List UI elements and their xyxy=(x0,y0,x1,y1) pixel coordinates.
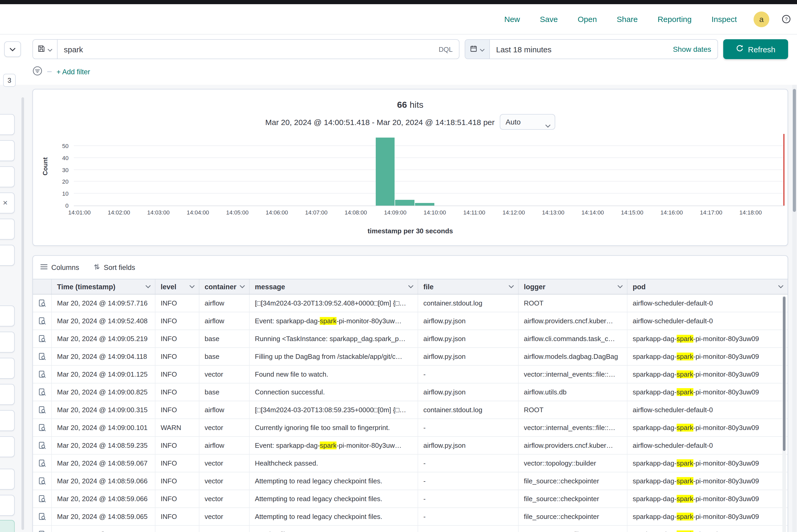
field-pill[interactable] xyxy=(0,166,15,187)
column-header-logger[interactable]: logger xyxy=(519,279,627,294)
chevron-down-icon[interactable] xyxy=(240,285,245,288)
search-highlight: spark xyxy=(676,513,693,520)
nav-link-inspect[interactable]: Inspect xyxy=(711,15,737,23)
column-header-level[interactable]: level xyxy=(155,279,199,294)
column-header-label: level xyxy=(161,283,177,290)
field-pill[interactable] xyxy=(0,218,15,240)
cell-time: Mar 20, 2024 @ 14:09:57.716 xyxy=(52,294,155,312)
histogram-bar[interactable] xyxy=(415,203,434,206)
expand-document-icon[interactable] xyxy=(38,441,46,449)
expand-document-icon[interactable] xyxy=(38,370,46,378)
columns-button[interactable]: Columns xyxy=(40,263,79,271)
chevron-down-icon[interactable] xyxy=(189,285,195,288)
nav-link-save[interactable]: Save xyxy=(540,15,558,23)
time-range-value[interactable]: Last 18 minutes xyxy=(490,45,667,54)
page-scrollbar-thumb[interactable] xyxy=(793,89,796,212)
field-pill[interactable] xyxy=(0,245,15,266)
page-scrollbar[interactable] xyxy=(792,85,796,532)
nav-link-share[interactable]: Share xyxy=(617,15,638,23)
expand-document-icon[interactable] xyxy=(38,299,46,307)
remove-icon[interactable]: ✕ xyxy=(3,199,8,207)
nav-link-reporting[interactable]: Reporting xyxy=(657,15,691,23)
expand-document-icon[interactable] xyxy=(38,530,46,532)
histogram-bar[interactable] xyxy=(375,137,394,206)
cell-time: Mar 20, 2024 @ 14:09:04.118 xyxy=(52,348,155,365)
top-navbar: NewSaveOpenShareReportingInspect a ? xyxy=(0,4,797,35)
cell-level: WARN xyxy=(155,419,199,436)
cell-level: INFO xyxy=(155,401,199,418)
nav-link-new[interactable]: New xyxy=(504,15,520,23)
histogram-bar[interactable] xyxy=(395,200,414,206)
table-scrollbar[interactable] xyxy=(782,296,786,532)
cell-message: Attempting to read legacy checkpoint fil… xyxy=(249,472,418,490)
cell-container: airflow xyxy=(199,437,249,454)
chevron-down-icon[interactable] xyxy=(509,285,514,288)
cell-level: INFO xyxy=(155,348,199,365)
column-header-file[interactable]: file xyxy=(418,279,519,294)
table-toolbar: Columns Sort fields xyxy=(33,256,787,279)
refresh-button[interactable]: Refresh xyxy=(723,39,788,59)
field-pill[interactable] xyxy=(0,114,15,135)
cell-container: base xyxy=(199,330,249,347)
hits-label: hits xyxy=(409,100,423,110)
add-filter-button[interactable]: + Add filter xyxy=(57,68,90,76)
gridline xyxy=(74,193,784,193)
expand-cell xyxy=(33,366,52,383)
search-input[interactable] xyxy=(58,40,432,59)
cell-file: - xyxy=(418,526,519,532)
interval-select[interactable]: Auto xyxy=(500,114,555,130)
column-header-container[interactable]: container xyxy=(199,279,249,294)
nav-link-open[interactable]: Open xyxy=(578,15,597,23)
sort-fields-button[interactable]: Sort fields xyxy=(94,263,135,272)
chevron-down-icon[interactable] xyxy=(617,285,623,288)
field-pill[interactable] xyxy=(0,410,15,431)
expand-document-icon[interactable] xyxy=(38,459,46,467)
collapse-sidebar-button[interactable] xyxy=(4,41,21,57)
field-pill[interactable] xyxy=(0,140,15,161)
field-pill[interactable] xyxy=(0,358,15,379)
expand-document-icon[interactable] xyxy=(38,495,46,503)
table-scrollbar-thumb[interactable] xyxy=(783,297,785,451)
calendar-icon xyxy=(470,45,477,54)
filter-divider xyxy=(47,71,52,72)
cell-pod: airflow-scheduler-default-0 xyxy=(627,437,787,454)
column-header-time-timestamp[interactable]: Time (timestamp) xyxy=(52,279,155,294)
chevron-down-icon[interactable] xyxy=(408,285,413,288)
save-query-button[interactable] xyxy=(33,40,58,59)
calendar-button[interactable] xyxy=(465,40,490,59)
expand-document-icon[interactable] xyxy=(38,424,46,432)
expand-document-icon[interactable] xyxy=(38,388,46,396)
field-pill[interactable] xyxy=(0,495,15,516)
expand-document-icon[interactable] xyxy=(38,317,46,325)
field-pill[interactable] xyxy=(0,436,15,457)
expand-document-icon[interactable] xyxy=(38,353,46,360)
query-language-button[interactable]: DQL xyxy=(432,45,459,53)
expand-document-icon[interactable] xyxy=(38,513,46,520)
field-pill-selected[interactable] xyxy=(0,520,15,532)
cell-container: airflow xyxy=(199,294,249,312)
field-pill[interactable] xyxy=(0,331,15,353)
sidebar-scrollbar[interactable] xyxy=(21,97,24,530)
time-range-row: Mar 20, 2024 @ 14:00:51.418 - Mar 20, 20… xyxy=(33,114,787,130)
field-pill[interactable] xyxy=(0,305,15,326)
search-highlight: spark xyxy=(676,424,693,432)
cell-logger: ROOT xyxy=(519,401,627,418)
cell-time: Mar 20, 2024 @ 14:09:52.408 xyxy=(52,312,155,329)
expand-document-icon[interactable] xyxy=(38,406,46,414)
expand-cell xyxy=(33,294,52,312)
x-tick-label: 14:06:00 xyxy=(265,209,288,215)
show-dates-button[interactable]: Show dates xyxy=(667,45,718,53)
chevron-down-icon[interactable] xyxy=(146,285,151,288)
cell-message: Attempting to read legacy checkpoint fil… xyxy=(249,508,418,525)
field-pill[interactable] xyxy=(0,384,15,405)
chevron-down-icon[interactable] xyxy=(778,285,783,288)
column-header-message[interactable]: message xyxy=(249,279,418,294)
expand-document-icon[interactable] xyxy=(38,335,46,343)
filter-icon[interactable] xyxy=(33,66,42,77)
expand-document-icon[interactable] xyxy=(38,477,46,485)
column-header-pod[interactable]: pod xyxy=(627,279,787,294)
help-icon[interactable]: ? xyxy=(782,15,791,23)
field-pill[interactable] xyxy=(0,469,15,490)
avatar[interactable]: a xyxy=(754,11,769,27)
cell-pod: airflow-scheduler-default-0 xyxy=(627,401,787,418)
